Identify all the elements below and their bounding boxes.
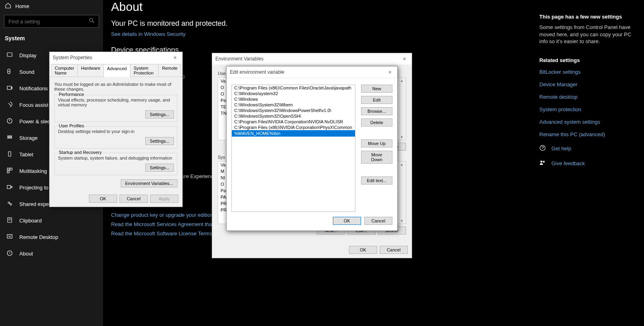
page-title: About xyxy=(111,0,531,14)
sidebar-category: System xyxy=(0,35,103,47)
nav-icon xyxy=(6,250,13,257)
edit-text-button[interactable]: Edit text... xyxy=(361,176,392,185)
svg-rect-8 xyxy=(7,168,9,170)
startup-desc: System startup, system failure, and debu… xyxy=(58,156,174,160)
tab-advanced[interactable]: Advanced xyxy=(103,64,130,77)
security-link[interactable]: See details in Windows Security xyxy=(111,31,531,37)
path-row[interactable]: C:\Program Files (x86)\Common Files\Orac… xyxy=(232,85,355,91)
scrollbar[interactable] xyxy=(399,78,406,140)
delete-button[interactable]: Delete xyxy=(361,118,392,127)
startup-title: Startup and Recovery xyxy=(57,150,103,155)
sidebar-item-label: About xyxy=(19,251,33,257)
editenv-titlebar[interactable]: Edit environment variable × xyxy=(227,66,397,78)
editenv-side-buttons: New Edit Browse... Delete Move Up Move D… xyxy=(361,85,392,212)
nav-icon xyxy=(6,68,13,76)
related-link[interactable]: System protection xyxy=(539,106,638,112)
scrollbar[interactable] xyxy=(399,162,406,224)
envvars-cancel-button[interactable]: Cancel xyxy=(380,246,408,254)
nav-icon xyxy=(6,52,13,59)
env-variables-button[interactable]: Environment Variables... xyxy=(121,179,178,187)
sidebar-item-about[interactable]: About xyxy=(0,245,103,262)
related-link[interactable]: Advanced system settings xyxy=(539,119,638,125)
sysprop-titlebar[interactable]: System Properties × xyxy=(50,52,182,63)
move-down-button[interactable]: Move Down xyxy=(361,151,392,164)
feedback-icon xyxy=(539,160,546,167)
tab-remote[interactable]: Remote xyxy=(158,64,181,77)
system-properties-dialog: System Properties × Computer NameHardwar… xyxy=(49,52,183,207)
related-link[interactable]: Remote desktop xyxy=(539,94,638,100)
nav-icon xyxy=(6,217,13,224)
svg-rect-2 xyxy=(7,53,12,56)
edit-button[interactable]: Edit xyxy=(361,96,392,104)
sidebar-home-label: Home xyxy=(15,3,29,9)
tab-computer-name[interactable]: Computer Name xyxy=(51,64,78,77)
feedback-label: Give feedback xyxy=(551,160,585,166)
search-input[interactable] xyxy=(8,19,89,25)
nav-icon xyxy=(6,151,13,158)
protection-subtitle: Your PC is monitored and protected. xyxy=(111,19,531,28)
sysprop-ok-button[interactable]: OK xyxy=(89,195,117,203)
editenv-ok-button[interactable]: OK xyxy=(333,217,361,225)
sidebar-item-remote-desktop[interactable]: Remote Desktop xyxy=(0,229,103,245)
svg-rect-9 xyxy=(10,168,12,170)
path-row[interactable]: C:\Program Files (x86)\NVIDIA Corporatio… xyxy=(232,125,355,130)
svg-rect-5 xyxy=(8,136,12,137)
tab-system-protection[interactable]: System Protection xyxy=(130,64,159,77)
profiles-group: User Profiles Desktop settings related t… xyxy=(54,126,178,149)
path-row[interactable]: C:\Windows xyxy=(232,96,355,102)
close-icon[interactable]: × xyxy=(400,56,409,62)
envvars-titlebar[interactable]: Environment Variables × xyxy=(212,53,412,64)
home-icon xyxy=(5,2,11,10)
search-icon xyxy=(89,18,95,25)
svg-rect-10 xyxy=(7,171,9,173)
startup-settings-button[interactable]: Settings... xyxy=(145,164,174,172)
path-edit-input[interactable] xyxy=(232,130,355,137)
related-link[interactable]: Device Manager xyxy=(539,81,638,87)
nav-icon xyxy=(6,200,13,208)
sidebar-item-label: Remote Desktop xyxy=(19,234,58,240)
nav-icon xyxy=(6,118,13,125)
nav-icon xyxy=(6,233,13,241)
sysprop-apply-button[interactable]: Apply xyxy=(150,195,178,203)
performance-desc: Visual effects, processor scheduling, me… xyxy=(58,98,174,107)
sidebar-home[interactable]: Home xyxy=(0,2,103,13)
editenv-cancel-button[interactable]: Cancel xyxy=(364,217,392,225)
sidebar-item-label: Sound xyxy=(19,69,35,75)
tab-hardware[interactable]: Hardware xyxy=(77,64,104,77)
close-icon[interactable]: × xyxy=(386,69,394,75)
svg-point-0 xyxy=(90,19,93,22)
move-up-button[interactable]: Move Up xyxy=(361,139,392,147)
nav-icon xyxy=(6,184,13,191)
svg-line-1 xyxy=(93,21,94,23)
get-help-link[interactable]: Get help xyxy=(539,145,638,152)
new-button[interactable]: New xyxy=(361,85,392,93)
related-link[interactable]: BitLocker settings xyxy=(539,69,638,75)
profiles-desc: Desktop settings related to your sign-in xyxy=(58,129,174,134)
svg-point-18 xyxy=(541,160,543,162)
nav-icon xyxy=(6,85,13,92)
svg-rect-11 xyxy=(7,185,10,189)
path-list[interactable]: C:\Program Files (x86)\Common Files\Orac… xyxy=(231,85,355,212)
path-row-editing[interactable] xyxy=(232,130,355,137)
path-row[interactable]: C:\Windows\System32\OpenSSH\ xyxy=(232,113,355,119)
path-row[interactable]: C:\Windows\system32 xyxy=(232,91,355,96)
path-row[interactable]: C:\Windows\System32\WindowsPowerShell\v1… xyxy=(232,108,355,113)
sysprop-tabs: Computer NameHardwareAdvancedSystem Prot… xyxy=(50,63,182,77)
path-row[interactable]: C:\Windows\System32\Wbem xyxy=(232,102,355,108)
feedback-link[interactable]: Give feedback xyxy=(539,160,638,167)
right-desc: Some settings from Control Panel have mo… xyxy=(539,24,638,45)
search-input-wrapper[interactable] xyxy=(4,15,99,28)
right-heading: This page has a few new settings xyxy=(539,14,638,20)
browse-button[interactable]: Browse... xyxy=(361,107,392,115)
path-row[interactable]: C:\Program Files\NVIDIA Corporation\NVID… xyxy=(232,119,355,125)
close-icon[interactable]: × xyxy=(171,54,179,61)
nav-icon xyxy=(6,167,13,175)
profiles-settings-button[interactable]: Settings... xyxy=(145,137,174,145)
sysprop-cancel-button[interactable]: Cancel xyxy=(120,195,148,203)
envvars-ok-button[interactable]: OK xyxy=(349,246,377,254)
startup-group: Startup and Recovery System startup, sys… xyxy=(54,153,178,175)
perf-settings-button[interactable]: Settings... xyxy=(145,110,174,118)
related-link[interactable]: Rename this PC (advanced) xyxy=(539,131,638,137)
get-help-label: Get help xyxy=(551,145,571,152)
sidebar-item-clipboard[interactable]: Clipboard xyxy=(0,212,103,229)
